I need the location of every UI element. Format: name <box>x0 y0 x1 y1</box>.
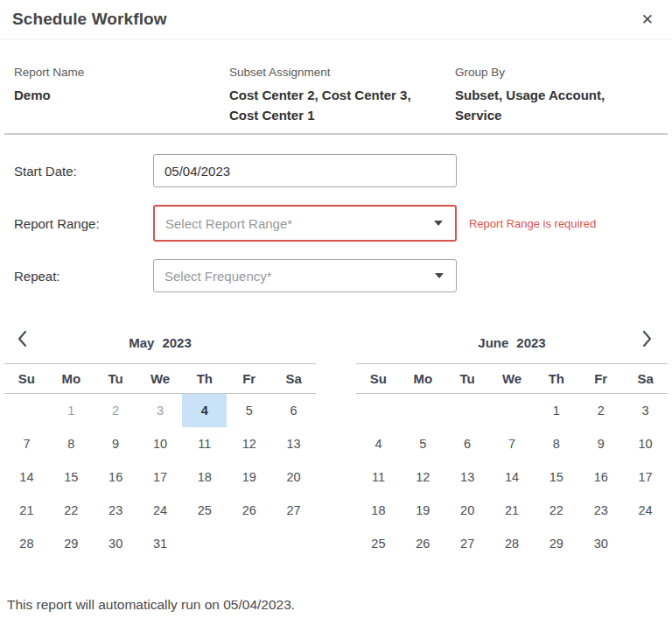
day-cell[interactable]: 4 <box>356 427 401 460</box>
report-range-error: Report Range is required <box>469 217 596 230</box>
day-cell[interactable]: 31 <box>138 527 183 560</box>
previous-month-icon[interactable] <box>12 327 33 350</box>
weekday-label: Sa <box>623 371 668 386</box>
day-cell[interactable]: 29 <box>534 527 578 560</box>
schedule-workflow-dialog: Schedule Workflow ✕ Report Name Demo Sub… <box>0 0 672 613</box>
chevron-down-icon <box>434 221 443 226</box>
day-cell[interactable]: 30 <box>578 527 623 560</box>
day-cell[interactable]: 5 <box>227 394 271 427</box>
weekday-label: Th <box>534 371 578 386</box>
weekday-label: We <box>490 371 535 386</box>
day-cell[interactable]: 3 <box>623 394 668 427</box>
day-cell[interactable]: 12 <box>401 460 445 494</box>
day-cell[interactable]: 27 <box>445 527 490 560</box>
day-cell[interactable]: 10 <box>623 427 668 460</box>
subset-assignment-label: Subset Assignment <box>229 66 439 79</box>
workflow-summary: Report Name Demo Subset Assignment Cost … <box>0 39 672 125</box>
day-cell[interactable]: 17 <box>138 460 183 494</box>
calendar-year: 2023 <box>162 335 191 350</box>
day-cell[interactable]: 22 <box>49 494 94 527</box>
day-cell[interactable]: 24 <box>138 494 183 527</box>
day-cell[interactable]: 21 <box>490 494 535 527</box>
day-cell[interactable]: 20 <box>445 494 490 527</box>
day-cell[interactable]: 10 <box>138 427 183 460</box>
day-cell[interactable]: 28 <box>4 527 49 560</box>
day-cell[interactable]: 25 <box>182 494 227 527</box>
day-cell[interactable]: 18 <box>356 494 401 527</box>
day-cell[interactable]: 16 <box>578 460 623 494</box>
calendar-may: May 2023 SuMoTuWeThFrSa 1234567891011121… <box>4 322 316 560</box>
day-cell[interactable]: 25 <box>356 527 401 560</box>
day-cell-empty <box>445 394 490 427</box>
day-cell[interactable]: 18 <box>182 460 227 494</box>
day-cell[interactable]: 7 <box>4 427 49 460</box>
report-range-placeholder: Select Report Range* <box>165 216 292 231</box>
day-cell[interactable]: 19 <box>227 460 271 494</box>
day-cell-empty <box>490 394 535 427</box>
day-cell[interactable]: 8 <box>49 427 94 460</box>
day-cell[interactable]: 9 <box>94 427 138 460</box>
weekday-label: We <box>138 371 183 386</box>
day-cell[interactable]: 22 <box>534 494 578 527</box>
close-icon[interactable]: ✕ <box>636 9 659 31</box>
day-cell[interactable]: 2 <box>94 394 138 427</box>
day-cell[interactable]: 19 <box>401 494 445 527</box>
day-cell[interactable]: 15 <box>534 460 578 494</box>
day-cell[interactable]: 14 <box>490 460 535 494</box>
calendar-june-header: June 2023 <box>356 322 668 363</box>
day-cell[interactable]: 26 <box>227 494 271 527</box>
day-cell[interactable]: 28 <box>490 527 535 560</box>
day-cell[interactable]: 23 <box>578 494 623 527</box>
day-cell[interactable]: 21 <box>4 494 49 527</box>
calendar-month-name: May <box>129 335 154 350</box>
group-by-label: Group By <box>455 66 648 79</box>
day-cell[interactable]: 5 <box>401 427 445 460</box>
day-cell[interactable]: 1 <box>49 394 94 427</box>
day-cell[interactable]: 11 <box>182 427 227 460</box>
day-cell[interactable]: 13 <box>271 427 316 460</box>
repeat-select[interactable]: Select Frequency* <box>153 259 457 292</box>
day-grid: 1234567891011121314151617181920212223242… <box>356 394 668 560</box>
report-range-select[interactable]: Select Report Range* <box>153 205 457 242</box>
day-cell[interactable]: 13 <box>445 460 490 494</box>
day-cell[interactable]: 17 <box>623 460 668 494</box>
day-cell[interactable]: 8 <box>534 427 578 460</box>
weekday-row: SuMoTuWeThFrSa <box>356 364 668 393</box>
day-cell[interactable]: 2 <box>578 394 623 427</box>
weekday-label: Su <box>356 371 401 386</box>
start-date-input[interactable] <box>153 154 457 187</box>
weekday-row: SuMoTuWeThFrSa <box>4 364 316 393</box>
weekday-label: Tu <box>94 371 138 386</box>
weekday-label: Fr <box>578 371 623 386</box>
day-cell[interactable]: 1 <box>534 394 578 427</box>
day-cell[interactable]: 30 <box>94 527 138 560</box>
start-date-row: Start Date: <box>14 154 672 187</box>
day-cell[interactable]: 9 <box>578 427 623 460</box>
summary-report-name: Report Name Demo <box>14 66 229 125</box>
day-cell[interactable]: 26 <box>401 527 445 560</box>
day-cell[interactable]: 12 <box>227 427 271 460</box>
day-cell[interactable]: 16 <box>94 460 138 494</box>
weekday-label: Mo <box>401 371 445 386</box>
day-cell[interactable]: 15 <box>49 460 94 494</box>
day-cell[interactable]: 27 <box>271 494 316 527</box>
day-cell[interactable]: 6 <box>445 427 490 460</box>
weekday-label: Su <box>4 371 49 386</box>
weekday-label: Fr <box>227 371 271 386</box>
day-cell[interactable]: 14 <box>4 460 49 494</box>
day-cell[interactable]: 23 <box>94 494 138 527</box>
day-cell[interactable]: 20 <box>271 460 316 494</box>
next-month-icon[interactable] <box>636 327 657 350</box>
day-cell[interactable]: 11 <box>356 460 401 494</box>
auto-run-note: This report will automatically run on 05… <box>7 597 672 613</box>
calendar-may-header: May 2023 <box>4 322 316 363</box>
day-cell[interactable]: 3 <box>138 394 183 427</box>
date-range-calendars: May 2023 SuMoTuWeThFrSa 1234567891011121… <box>0 322 672 560</box>
day-cell[interactable]: 29 <box>49 527 94 560</box>
day-cell[interactable]: 24 <box>623 494 668 527</box>
day-cell-empty <box>356 394 401 427</box>
day-cell[interactable]: 6 <box>271 394 316 427</box>
day-cell[interactable]: 4 <box>182 394 227 427</box>
day-cell[interactable]: 7 <box>490 427 535 460</box>
report-name-value: Demo <box>14 85 214 105</box>
